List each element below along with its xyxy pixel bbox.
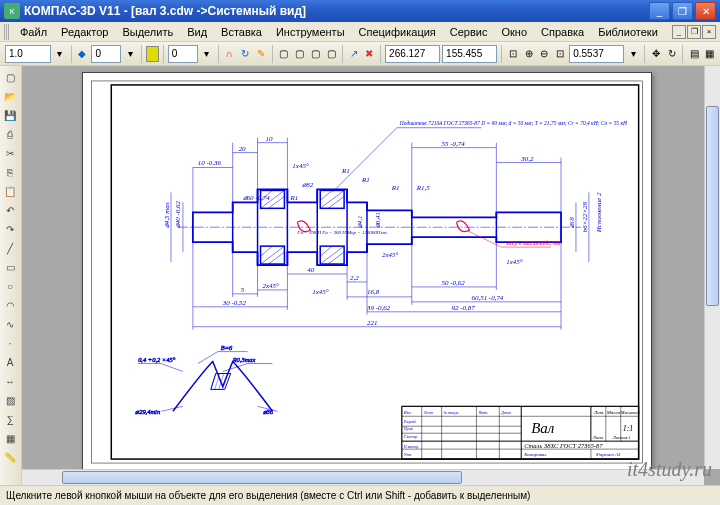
layers-icon[interactable]: ▦: [703, 44, 717, 64]
statusbar: Щелкните левой кнопкой мыши на объекте д…: [0, 485, 720, 505]
rotate-icon[interactable]: ↻: [665, 44, 679, 64]
redo-icon[interactable]: ↷: [1, 220, 19, 238]
zoom-input[interactable]: [569, 45, 624, 63]
workspace: ▢ 📂 💾 ⎙ ✂ ⎘ 📋 ↶ ↷ ╱ ▭ ○ ◠ ∿ · A ↔ ▨ ∑ ▦ …: [0, 66, 720, 485]
scrollbar-vertical[interactable]: [704, 66, 720, 469]
layer-b-dropdown-icon[interactable]: ▾: [200, 44, 214, 64]
detail-view: В=6 R0,3max 0,4 +0,2 ×45° ⌀29,4min ⌀36: [135, 344, 277, 416]
point-icon[interactable]: ·: [1, 334, 19, 352]
drawing-sheet[interactable]: 10 -0,36 20 10 1x45° R1 R1 R1 R1,5 55 -0…: [82, 72, 652, 472]
svg-line-25: [320, 246, 332, 256]
zoom-fit-icon[interactable]: ⊡: [506, 44, 520, 64]
zoom-dropdown-icon[interactable]: ▾: [626, 44, 640, 64]
zoom-window-icon[interactable]: ⊡: [553, 44, 567, 64]
color-swatch-yellow[interactable]: [146, 46, 159, 62]
doc3-icon[interactable]: ▢: [308, 44, 322, 64]
symbol-icon[interactable]: ∑: [1, 410, 19, 428]
copy-icon[interactable]: ⎘: [1, 163, 19, 181]
layer-a-dropdown-icon[interactable]: ▾: [123, 44, 137, 64]
menu-libs[interactable]: Библиотеки: [592, 24, 664, 40]
zoom-in-icon[interactable]: ⊕: [522, 44, 536, 64]
diamond-icon[interactable]: ◆: [76, 44, 90, 64]
svg-line-22: [328, 196, 344, 208]
page-icon[interactable]: ▤: [687, 44, 701, 64]
svg-line-17: [261, 246, 273, 256]
svg-text:R1: R1: [391, 184, 400, 192]
canvas-area[interactable]: 10 -0,36 20 10 1x45° R1 R1 R1 R1,5 55 -0…: [22, 66, 720, 485]
arrow-icon[interactable]: ↗: [347, 44, 361, 64]
menu-window[interactable]: Окно: [495, 24, 533, 40]
title-block: Вал Сталь 38ХС ГОСТ 27365-87 1:1 Лит. Ма…: [402, 406, 641, 459]
svg-text:2,2: 2,2: [350, 274, 359, 282]
doc2-icon[interactable]: ▢: [292, 44, 306, 64]
arc-icon[interactable]: ◠: [1, 296, 19, 314]
menu-editor[interactable]: Редактор: [55, 24, 114, 40]
menu-gripper[interactable]: [4, 24, 10, 40]
spline-icon[interactable]: ∿: [1, 315, 19, 333]
maximize-button[interactable]: ❐: [672, 2, 693, 20]
svg-text:10: 10: [266, 135, 273, 143]
coord-x-input[interactable]: [385, 45, 440, 63]
svg-text:R0,3max: R0,3max: [232, 356, 256, 363]
left-toolbar: ▢ 📂 💾 ⎙ ✂ ⎘ 📋 ↶ ↷ ╱ ▭ ○ ◠ ∿ · A ↔ ▨ ∑ ▦ …: [0, 66, 22, 485]
svg-text:Лист: Лист: [592, 435, 604, 440]
svg-text:⌀4,1: ⌀4,1: [356, 216, 364, 229]
hatch-icon[interactable]: ▨: [1, 391, 19, 409]
svg-text:Подшипник 7210А ГОСТ 27365-87
: Подшипник 7210А ГОСТ 27365-87 D = 90 мм;…: [399, 120, 628, 126]
measure-icon[interactable]: 📏: [1, 448, 19, 466]
text-icon[interactable]: A: [1, 353, 19, 371]
doc4-icon[interactable]: ▢: [324, 44, 338, 64]
svg-text:2x45°: 2x45°: [263, 282, 280, 290]
circle-icon[interactable]: ○: [1, 277, 19, 295]
svg-text:Дата: Дата: [500, 410, 510, 415]
minimize-button[interactable]: _: [649, 2, 670, 20]
menubar: Файл Редактор Выделить Вид Вставка Инстр…: [0, 22, 720, 42]
scale-dropdown-icon[interactable]: ▾: [53, 44, 67, 64]
pan-icon[interactable]: ✥: [649, 44, 663, 64]
coord-y-input[interactable]: [442, 45, 497, 63]
line-icon[interactable]: ╱: [1, 239, 19, 257]
svg-text:b6×22×28: b6×22×28: [581, 201, 589, 232]
layer-a-input[interactable]: [91, 45, 121, 63]
mdi-restore-button[interactable]: ❐: [687, 25, 701, 39]
zoom-out-icon[interactable]: ⊖: [537, 44, 551, 64]
stop-icon[interactable]: ✖: [363, 44, 377, 64]
refresh-icon[interactable]: ↻: [238, 44, 252, 64]
rect-icon[interactable]: ▭: [1, 258, 19, 276]
watermark: it4study.ru: [627, 458, 712, 481]
svg-text:20: 20: [239, 145, 246, 153]
close-button[interactable]: ✕: [695, 2, 716, 20]
mdi-minimize-button[interactable]: _: [672, 25, 686, 39]
menu-insert[interactable]: Вставка: [215, 24, 268, 40]
menu-spec[interactable]: Спецификация: [353, 24, 442, 40]
menu-help[interactable]: Справка: [535, 24, 590, 40]
menu-view[interactable]: Вид: [181, 24, 213, 40]
dim-icon[interactable]: ↔: [1, 372, 19, 390]
undo-icon[interactable]: ↶: [1, 201, 19, 219]
doc1-icon[interactable]: ▢: [277, 44, 291, 64]
new-icon[interactable]: ▢: [1, 68, 19, 86]
scrollthumb-vertical[interactable]: [706, 106, 719, 306]
save-icon[interactable]: 💾: [1, 106, 19, 124]
magnet-icon[interactable]: ∩: [222, 44, 236, 64]
menu-tools[interactable]: Инструменты: [270, 24, 351, 40]
pencil-icon[interactable]: ✎: [254, 44, 268, 64]
paste-icon[interactable]: 📋: [1, 182, 19, 200]
mdi-close-button[interactable]: ×: [702, 25, 716, 39]
scrollthumb-horizontal[interactable]: [62, 471, 462, 484]
open-icon[interactable]: 📂: [1, 87, 19, 105]
svg-text:Вал: Вал: [531, 420, 554, 436]
table-icon[interactable]: ▦: [1, 429, 19, 447]
menu-file[interactable]: Файл: [14, 24, 53, 40]
svg-text:⌀40 -0,62: ⌀40 -0,62: [174, 201, 182, 229]
scale-input[interactable]: [5, 45, 51, 63]
layer-b-input[interactable]: [168, 45, 198, 63]
scrollbar-horizontal[interactable]: [22, 469, 704, 485]
svg-text:R1: R1: [361, 176, 370, 184]
cut-icon[interactable]: ✂: [1, 144, 19, 162]
menu-service[interactable]: Сервис: [444, 24, 494, 40]
svg-text:39 -0,62: 39 -0,62: [366, 304, 391, 312]
print-icon[interactable]: ⎙: [1, 125, 19, 143]
svg-line-18: [268, 252, 284, 264]
menu-select[interactable]: Выделить: [116, 24, 179, 40]
